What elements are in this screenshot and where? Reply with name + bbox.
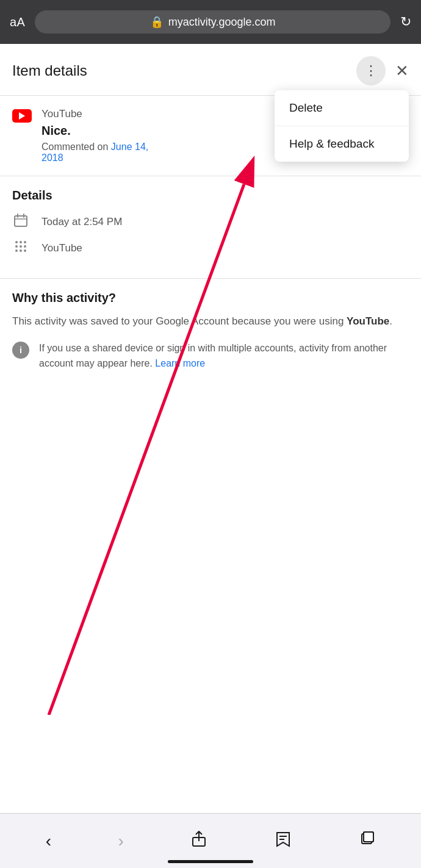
why-info-text: If you use a shared device or sign in wi… [39,340,409,371]
why-text-after: . [389,315,392,327]
page-header: Item details ⋮ ✕ [0,44,421,95]
close-button[interactable]: ✕ [395,62,409,81]
info-icon: i [12,342,29,359]
learn-more-link[interactable]: Learn more [155,358,205,368]
browser-chrome: aA 🔒 myactivity.google.com ↻ [0,0,421,44]
back-button[interactable]: ‹ [40,825,57,857]
svg-point-10 [15,249,18,252]
dropdown-menu: Delete Help & feedback [275,90,409,162]
page-title: Item details [12,62,87,79]
page-content: Item details ⋮ ✕ Delete Help & feedback … [0,44,421,813]
reload-icon[interactable]: ↻ [400,14,411,30]
header-actions: ⋮ ✕ [356,56,409,85]
dropdown-help-item[interactable]: Help & feedback [275,126,409,162]
svg-point-4 [15,241,18,243]
detail-product-text: YouTube [41,242,82,254]
detail-time-row: Today at 2:54 PM [12,213,409,230]
details-section: Details Today at 2:54 PM [0,176,421,278]
svg-point-7 [15,245,18,248]
more-options-button[interactable]: ⋮ [356,56,386,85]
url-text: myactivity.google.com [168,16,276,29]
svg-point-9 [24,245,26,248]
svg-point-8 [20,245,22,248]
date-year-link[interactable]: 2018 [41,152,63,163]
why-title: Why this activity? [12,291,409,305]
svg-point-11 [20,249,22,252]
why-text-before: This activity was saved to your Google A… [12,315,347,327]
grid-dots-icon [12,240,29,256]
calendar-icon [12,213,29,230]
browser-nav: ‹ › [0,813,421,868]
forward-button[interactable]: › [112,825,130,857]
svg-point-5 [20,241,22,243]
svg-rect-0 [15,216,27,226]
lock-icon: 🔒 [150,15,164,29]
home-indicator [168,860,253,863]
details-title: Details [12,188,409,203]
bookmarks-button[interactable] [268,824,298,858]
detail-time-text: Today at 2:54 PM [41,216,122,228]
youtube-icon [12,109,32,123]
why-section: Why this activity? This activity was sav… [0,279,421,384]
share-button[interactable] [184,824,214,858]
address-bar[interactable]: 🔒 myactivity.google.com [35,10,390,34]
svg-point-6 [24,241,26,243]
dropdown-delete-item[interactable]: Delete [275,90,409,126]
why-info-body: If you use a shared device or sign in wi… [39,343,387,369]
font-size-control[interactable]: aA [10,15,25,29]
svg-point-12 [24,249,26,252]
date-link[interactable]: June 14, [111,142,148,152]
tabs-button[interactable] [352,824,381,858]
why-main-text: This activity was saved to your Google A… [12,314,409,329]
svg-rect-20 [364,832,373,842]
why-product-name: YouTube [347,315,389,327]
date-prefix: Commented on [41,142,111,152]
why-info-row: i If you use a shared device or sign in … [12,340,409,371]
three-dots-icon: ⋮ [364,64,378,77]
detail-product-row: YouTube [12,240,409,256]
